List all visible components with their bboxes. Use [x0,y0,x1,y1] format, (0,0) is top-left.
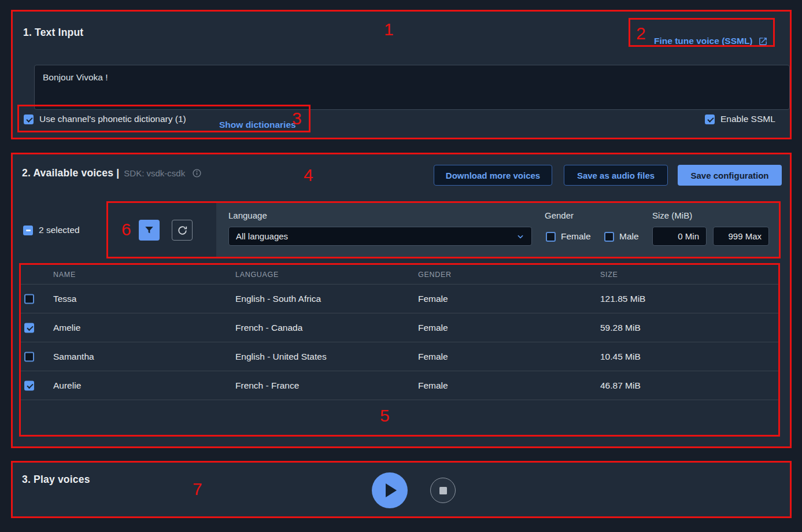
phonetic-dictionary-checkbox[interactable] [24,114,34,124]
female-filter-checkbox[interactable] [546,232,556,242]
voice-language: French - France [235,380,299,391]
sdk-label: SDK: vsdk-csdk [124,168,185,178]
voices-table-body: Tessa English - South Africa Female 121.… [21,285,778,400]
voice-language: English - South Africa [235,294,321,304]
show-dictionaries-link[interactable]: Show dictionaries [219,120,296,130]
text-input-field[interactable]: Bonjour Vivoka ! [34,65,790,110]
column-header-language[interactable]: LANGUAGE [235,271,279,279]
table-row[interactable]: Tessa English - South Africa Female 121.… [21,285,778,313]
column-header-name[interactable]: NAME [53,271,76,279]
voice-name: Tessa [53,294,77,304]
fine-tune-voice-link[interactable]: Fine tune voice (SSML) [654,36,768,46]
available-voices-title: 2. Available voices | [22,167,119,179]
phonetic-dictionary-label: Use channel's phonetic dictionary (1) [39,114,186,124]
enable-ssml-checkbox[interactable] [705,114,715,124]
table-row[interactable]: Samantha English - United States Female … [21,342,778,371]
text-input-title: 1. Text Input [23,27,83,39]
gender-filter-label: Gender [545,210,574,220]
voice-name: Aurelie [53,380,81,391]
stop-square-icon [439,487,447,494]
fine-tune-voice-label: Fine tune voice (SSML) [654,36,753,46]
text-input-section: 1. Text Input Fine tune voice (SSML) Bon… [11,10,792,139]
size-filter-label: Size (MiB) [652,210,692,220]
filter-panel: Language All languages Gender Female Mal… [216,203,779,257]
play-voices-title: 3. Play voices [22,474,90,486]
voice-size: 46.87 MiB [600,380,641,391]
play-triangle-icon [386,483,397,497]
voice-size: 59.28 MiB [600,323,641,333]
row-checkbox[interactable] [24,352,34,361]
tts-page: 1. Text Input Fine tune voice (SSML) Bon… [0,0,802,532]
row-checkbox[interactable] [24,294,34,304]
save-configuration-button[interactable]: Save configuration [678,165,782,186]
stop-button[interactable] [430,478,456,503]
male-filter-label: Male [619,231,639,242]
funnel-icon [144,225,154,235]
column-header-size[interactable]: SIZE [600,271,618,279]
chevron-down-icon [516,232,524,241]
voice-language: English - United States [235,352,327,362]
language-filter-label: Language [228,210,267,220]
row-checkbox[interactable] [24,380,34,390]
info-circle-icon[interactable] [192,168,202,178]
refresh-arrow-icon [177,225,188,236]
size-max-input[interactable]: 999 Max [713,227,769,246]
refresh-button[interactable] [172,220,193,241]
voice-gender: Female [418,352,448,362]
open-in-new-icon [758,36,768,46]
table-row[interactable]: Aurelie French - France Female 46.87 MiB [21,371,778,400]
voice-gender: Female [418,294,448,304]
selected-count-label: 2 selected [39,225,80,235]
voice-size: 121.85 MiB [600,294,645,304]
voices-table-header: NAME LANGUAGE GENDER SIZE [21,265,778,285]
female-filter-label: Female [561,231,591,242]
play-button[interactable] [372,472,408,508]
voice-size: 10.45 MiB [600,352,641,362]
table-row[interactable]: Amelie French - Canada Female 59.28 MiB [21,313,778,342]
save-as-audio-files-button[interactable]: Save as audio files [564,165,668,186]
voice-name: Amelie [53,323,80,333]
select-all-voices-checkbox[interactable] [23,226,33,235]
row-checkbox[interactable] [24,323,34,332]
column-header-gender[interactable]: GENDER [418,271,452,279]
voice-language: French - Canada [235,323,302,333]
enable-ssml-label: Enable SSML [720,114,775,124]
language-select-value: All languages [236,231,288,241]
language-select[interactable]: All languages [228,227,532,246]
download-more-voices-button[interactable]: Download more voices [434,165,552,186]
voice-gender: Female [418,380,448,391]
voice-name: Samantha [53,352,94,362]
male-filter-checkbox[interactable] [604,232,614,242]
voice-gender: Female [418,323,448,333]
filter-button[interactable] [139,220,160,241]
size-min-input[interactable]: 0 Min [652,227,707,246]
